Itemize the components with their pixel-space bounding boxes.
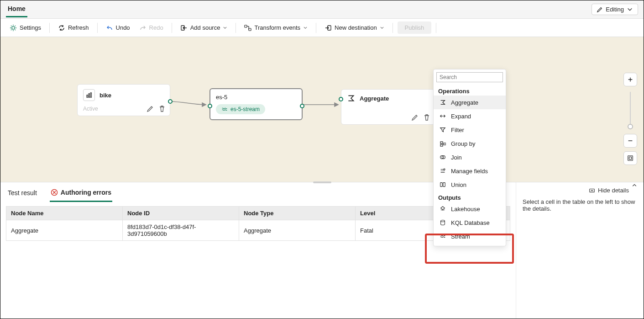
zoom-out-button[interactable] <box>623 134 637 148</box>
dropdown-section-outputs: Outputs <box>434 191 506 202</box>
dd-label: Stream <box>451 233 470 240</box>
destination-label: New destination <box>335 24 377 31</box>
node-aggregate[interactable]: Aggregate <box>341 89 435 125</box>
publish-button: Publish <box>398 21 432 34</box>
node-source-title: bike <box>99 92 111 99</box>
separator <box>236 23 236 33</box>
editing-label: Editing <box>606 6 624 13</box>
dropdown-item-manage-fields[interactable]: Manage fields <box>434 164 506 178</box>
zoom-in-button[interactable] <box>623 73 637 86</box>
separator <box>316 23 316 33</box>
tab-errors-label: Authoring errors <box>61 189 111 196</box>
dropdown-item-kql-database[interactable]: KQL Database <box>434 216 506 229</box>
dropdown-item-filter[interactable]: Filter <box>434 123 506 137</box>
col-node-type[interactable]: Node Type <box>239 207 356 220</box>
input-port[interactable] <box>208 104 212 108</box>
separator <box>172 23 172 33</box>
panel-resize-handle[interactable] <box>313 181 331 183</box>
output-port[interactable] <box>168 99 173 104</box>
stream-chip-label: es-5-stream <box>230 106 260 112</box>
transform-events-button[interactable]: Transform events <box>241 22 311 33</box>
dd-label: KQL Database <box>451 219 490 226</box>
dropdown-item-union[interactable]: Union <box>434 178 506 191</box>
separator <box>49 23 50 33</box>
bar-chart-icon <box>83 89 95 101</box>
zoom-thumb[interactable] <box>628 124 633 129</box>
dropdown-item-aggregate[interactable]: Aggregate <box>434 96 506 109</box>
redo-icon <box>139 24 147 32</box>
delete-node-button[interactable] <box>423 113 431 122</box>
add-source-icon <box>180 24 188 32</box>
separator <box>393 23 393 33</box>
add-source-button[interactable]: Add source <box>177 22 231 33</box>
dropdown-search-input[interactable] <box>436 72 503 82</box>
separator <box>97 23 98 33</box>
separator <box>436 23 436 33</box>
edit-node-button[interactable] <box>146 105 154 113</box>
dropdown-item-lakehouse[interactable]: Lakehouse <box>434 202 506 216</box>
dd-label: Expand <box>451 113 471 120</box>
settings-button[interactable]: Settings <box>6 22 45 33</box>
dd-label: Manage fields <box>451 168 488 175</box>
toolbar: Settings Refresh Undo Redo Add source Tr… <box>0 19 644 37</box>
settings-label: Settings <box>20 24 41 31</box>
canvas-controls <box>623 73 637 165</box>
pencil-icon <box>597 6 603 13</box>
cell-node-name: Aggregate <box>6 220 123 241</box>
header-bar: Home Editing <box>0 0 644 19</box>
refresh-button[interactable]: Refresh <box>54 22 93 33</box>
sigma-icon <box>347 94 355 102</box>
dd-label: Filter <box>451 127 464 133</box>
output-port[interactable] <box>300 104 304 108</box>
new-destination-button[interactable]: New destination <box>321 22 388 33</box>
undo-icon <box>106 24 113 32</box>
hide-details-button[interactable]: Hide details <box>523 187 637 194</box>
dropdown-item-join[interactable]: Join <box>434 150 506 164</box>
stream-chip: es-5-stream <box>216 104 265 114</box>
dropdown-item-stream[interactable]: Stream <box>434 229 506 243</box>
node-stream[interactable]: es-5 es-5-stream <box>209 88 303 120</box>
dropdown-item-expand[interactable]: Expand <box>434 109 506 123</box>
chevron-down-icon <box>223 26 227 30</box>
refresh-label: Refresh <box>68 24 89 31</box>
col-node-name[interactable]: Node Name <box>6 207 123 220</box>
add-source-label: Add source <box>190 24 220 31</box>
node-aggregate-title: Aggregate <box>360 95 389 102</box>
redo-button: Redo <box>136 22 167 33</box>
gear-icon <box>10 24 17 32</box>
collapse-icon <box>589 187 595 194</box>
chevron-down-icon <box>627 6 633 13</box>
refresh-icon <box>58 24 65 32</box>
chevron-down-icon <box>303 26 308 30</box>
dd-label: Group by <box>451 140 475 147</box>
dd-label: Union <box>451 181 466 188</box>
undo-button[interactable]: Undo <box>102 22 134 33</box>
input-port[interactable] <box>339 97 343 101</box>
dropdown-item-group-by[interactable]: Group by <box>434 137 506 150</box>
cell-node-type: Aggregate <box>239 220 356 241</box>
edit-node-button[interactable] <box>411 113 419 122</box>
editing-mode-button[interactable]: Editing <box>592 4 638 15</box>
redo-label: Redo <box>149 24 163 31</box>
tab-test-result[interactable]: Test result <box>7 185 38 201</box>
dd-label: Aggregate <box>451 99 478 106</box>
canvas-area[interactable]: bike Active es-5 es-5-stream Aggregate <box>0 37 644 182</box>
zoom-slider[interactable] <box>630 92 631 128</box>
transform-label: Transform events <box>254 24 300 31</box>
dropdown-section-operations: Operations <box>434 85 506 96</box>
home-tab[interactable]: Home <box>6 1 27 17</box>
hide-details-label: Hide details <box>598 187 629 194</box>
bottom-panel: Test result Authoring errors Node Name N… <box>0 182 644 319</box>
col-node-id[interactable]: Node ID <box>123 207 239 220</box>
node-source[interactable]: bike Active <box>77 84 170 116</box>
transform-icon <box>244 24 251 32</box>
fit-to-screen-button[interactable] <box>623 151 637 165</box>
dd-label: Lakehouse <box>451 206 480 213</box>
add-operation-dropdown: Operations Aggregate Expand Filter Group… <box>433 69 506 246</box>
panel-right: Hide details Select a cell in the table … <box>516 182 644 319</box>
destination-icon <box>325 24 332 32</box>
stream-icon <box>221 106 228 112</box>
details-placeholder: Select a cell in the table on the left t… <box>523 198 637 212</box>
delete-node-button[interactable] <box>158 105 166 113</box>
tab-authoring-errors[interactable]: Authoring errors <box>50 184 112 202</box>
